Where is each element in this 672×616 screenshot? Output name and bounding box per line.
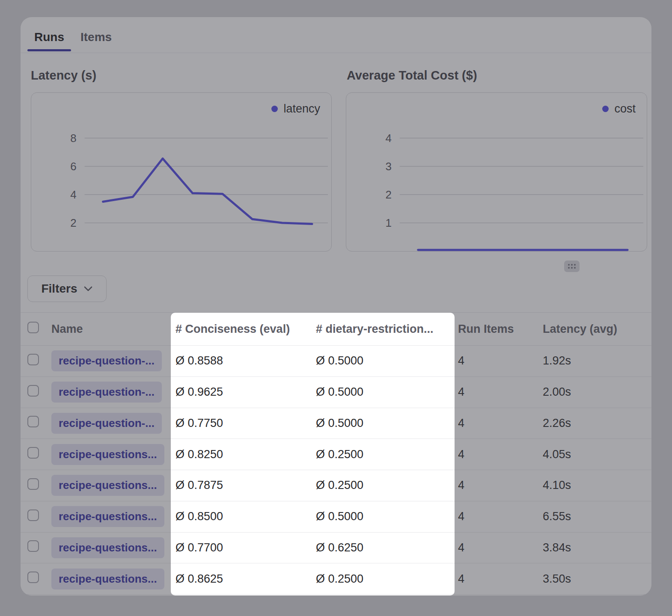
svg-text:6: 6 <box>70 160 76 172</box>
conciseness-score: Ø 0.8250 <box>175 448 316 461</box>
row-checkbox[interactable] <box>27 478 39 490</box>
run-name-badge[interactable]: recipe-questions... <box>51 475 164 496</box>
row-checkbox[interactable] <box>27 572 39 583</box>
row-checkbox-cell <box>27 540 51 555</box>
run-name-badge[interactable]: recipe-question-... <box>51 413 162 434</box>
run-name-cell: recipe-questions... <box>51 444 175 465</box>
column-header-dietary: # dietary-restriction... <box>316 323 458 336</box>
svg-text:2: 2 <box>70 217 76 229</box>
legend-dot-icon <box>271 106 278 112</box>
run-name-badge[interactable]: recipe-questions... <box>51 537 164 558</box>
tab-items[interactable]: Items <box>80 30 112 44</box>
tab-divider <box>21 53 651 53</box>
cost-legend: cost <box>602 102 636 116</box>
run-name-badge[interactable]: recipe-questions... <box>51 506 164 527</box>
run-name-badge[interactable]: recipe-question-... <box>51 350 162 371</box>
tab-items-label: Items <box>80 30 112 44</box>
dietary-score: Ø 0.5000 <box>316 385 458 399</box>
run-name-badge[interactable]: recipe-question-... <box>51 382 162 403</box>
conciseness-score: Ø 0.7875 <box>175 479 316 492</box>
dietary-score: Ø 0.5000 <box>316 354 458 367</box>
run-name-cell: recipe-questions... <box>51 569 175 589</box>
grip-dots-icon <box>568 264 576 269</box>
table-row[interactable]: recipe-questions... Ø 0.8625 Ø 0.2500 4 … <box>21 563 651 595</box>
conciseness-score: Ø 0.7750 <box>175 417 316 430</box>
tab-bar: Runs Items <box>34 30 112 44</box>
latency-avg: 1.92s <box>543 354 651 367</box>
tab-runs[interactable]: Runs <box>34 30 64 44</box>
drag-handle[interactable] <box>564 261 580 272</box>
table-row[interactable]: recipe-questions... Ø 0.7875 Ø 0.2500 4 … <box>21 470 651 501</box>
svg-text:8: 8 <box>70 132 76 144</box>
row-checkbox-cell <box>27 385 51 400</box>
conciseness-score: Ø 0.8500 <box>175 510 316 523</box>
run-name-badge[interactable]: recipe-questions... <box>51 569 164 589</box>
row-checkbox[interactable] <box>27 354 39 365</box>
run-name-cell: recipe-question-... <box>51 413 175 434</box>
legend-dot-icon <box>602 106 609 112</box>
run-name-cell: recipe-questions... <box>51 537 175 558</box>
svg-text:4: 4 <box>70 189 76 201</box>
latency-legend: latency <box>271 102 320 116</box>
select-all-checkbox[interactable] <box>27 322 39 333</box>
filters-button[interactable]: Filters <box>27 275 107 302</box>
run-name-cell: recipe-questions... <box>51 506 175 527</box>
conciseness-score: Ø 0.8588 <box>175 354 316 367</box>
table-row[interactable]: recipe-questions... Ø 0.7700 Ø 0.6250 4 … <box>21 533 651 564</box>
run-items-count: 4 <box>458 541 543 554</box>
table-row[interactable]: recipe-question-... Ø 0.8588 Ø 0.5000 4 … <box>21 346 651 377</box>
column-header-run-items: Run Items <box>458 323 543 336</box>
runs-table: Name # Conciseness (eval) # dietary-rest… <box>21 312 651 595</box>
svg-text:3: 3 <box>385 160 391 172</box>
row-checkbox[interactable] <box>27 509 39 521</box>
latency-line-chart: 8642 <box>31 93 331 251</box>
table-row[interactable]: recipe-questions... Ø 0.8250 Ø 0.2500 4 … <box>21 439 651 470</box>
table-row[interactable]: recipe-questions... Ø 0.8500 Ø 0.5000 4 … <box>21 501 651 533</box>
run-items-count: 4 <box>458 510 543 523</box>
chevron-down-icon <box>83 286 93 292</box>
runs-panel: Runs Items Latency (s) Average Total Cos… <box>21 17 651 595</box>
run-name-cell: recipe-question-... <box>51 382 175 403</box>
tab-runs-label: Runs <box>34 30 64 44</box>
row-checkbox[interactable] <box>27 540 39 552</box>
column-header-name: Name <box>51 323 175 336</box>
dietary-score: Ø 0.2500 <box>316 448 458 461</box>
row-checkbox[interactable] <box>27 385 39 397</box>
run-items-count: 4 <box>458 572 543 586</box>
column-header-latency: Latency (avg) <box>543 323 651 336</box>
latency-avg: 2.26s <box>543 417 651 430</box>
run-name-cell: recipe-questions... <box>51 475 175 496</box>
row-checkbox[interactable] <box>27 447 39 459</box>
conciseness-score: Ø 0.9625 <box>175 385 316 399</box>
latency-chart-title: Latency (s) <box>31 68 96 83</box>
run-name-badge[interactable]: recipe-questions... <box>51 444 164 465</box>
legend-label: cost <box>614 102 636 116</box>
legend-label: latency <box>283 102 320 116</box>
latency-avg: 4.10s <box>543 479 651 492</box>
run-name-cell: recipe-question-... <box>51 350 175 371</box>
row-checkbox-cell <box>27 509 51 524</box>
cost-line-chart: 4321 <box>346 93 647 251</box>
filters-label: Filters <box>41 282 77 296</box>
table-row[interactable]: recipe-question-... Ø 0.7750 Ø 0.5000 4 … <box>21 408 651 439</box>
row-checkbox[interactable] <box>27 416 39 427</box>
latency-avg: 4.05s <box>543 448 651 461</box>
latency-avg: 3.50s <box>543 572 651 586</box>
conciseness-score: Ø 0.7700 <box>175 541 316 554</box>
dietary-score: Ø 0.5000 <box>316 510 458 523</box>
run-items-count: 4 <box>458 479 543 492</box>
cost-chart: 4321 cost <box>346 92 647 252</box>
dietary-score: Ø 0.2500 <box>316 479 458 492</box>
run-items-count: 4 <box>458 448 543 461</box>
header-checkbox-cell <box>27 322 51 336</box>
row-checkbox-cell <box>27 572 51 586</box>
cost-chart-title: Average Total Cost ($) <box>347 68 477 83</box>
table-row[interactable]: recipe-question-... Ø 0.9625 Ø 0.5000 4 … <box>21 377 651 408</box>
dietary-score: Ø 0.2500 <box>316 572 458 586</box>
svg-text:2: 2 <box>385 189 391 201</box>
table-header-row: Name # Conciseness (eval) # dietary-rest… <box>21 312 651 346</box>
run-items-count: 4 <box>458 417 543 430</box>
page: Runs Items Latency (s) Average Total Cos… <box>0 0 672 616</box>
run-items-count: 4 <box>458 385 543 399</box>
run-items-count: 4 <box>458 354 543 367</box>
